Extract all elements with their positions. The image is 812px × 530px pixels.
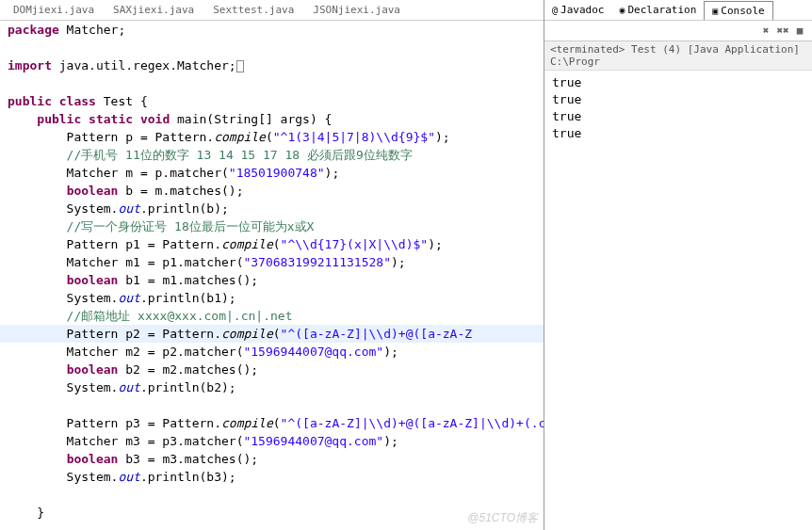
string: "18501900748" — [229, 166, 325, 180]
string: "1596944007@qq.com" — [243, 345, 383, 359]
editor-tab[interactable]: Sexttest.java — [207, 4, 300, 20]
output-line: true — [552, 108, 804, 125]
output-line: true — [552, 125, 804, 142]
code-text: Matcher m3 = p3.matcher( — [8, 434, 243, 448]
console-output[interactable]: true true true true — [544, 71, 812, 146]
keyword: boolean — [67, 452, 119, 466]
cursor — [236, 60, 244, 72]
string: "1596944007@qq.com" — [243, 434, 383, 448]
code-area[interactable]: package Matcher; import java.util.regex.… — [0, 21, 544, 522]
static-field: out — [118, 201, 139, 216]
tab-label: Console — [721, 5, 764, 17]
remove-all-icon[interactable]: ✖✖ — [776, 24, 789, 38]
string: "^([a-zA-Z]|\\d)+@([a-zA-Z]|\\d)+(.com|.… — [281, 416, 544, 430]
console-toolbar: ✖ ✖✖ ■ — [544, 21, 812, 41]
string: "^([a-zA-Z]|\\d)+@([a-zA-Z — [281, 327, 473, 341]
code-text: ); — [391, 255, 406, 269]
console-icon: ▣ — [712, 6, 718, 16]
output-line: true — [552, 91, 804, 108]
editor-tab[interactable]: DOMjiexi.java — [8, 4, 100, 20]
tab-label: Declaration — [627, 4, 696, 16]
right-tabs-bar: @Javadoc ◉Declaration ▣Console — [544, 0, 812, 21]
code-text: Pattern p = Pattern. — [8, 130, 214, 144]
keyword: package — [8, 23, 59, 37]
editor-tab[interactable]: SAXjiexi.java — [107, 4, 200, 20]
code-text: b2 = m2.matches(); — [118, 362, 258, 377]
code-text: System. — [8, 380, 118, 394]
editor-pane: DOMjiexi.java SAXjiexi.java Sexttest.jav… — [0, 0, 544, 530]
javadoc-icon: @ — [552, 5, 558, 15]
code-text: } — [0, 504, 544, 522]
code-text: b = m.matches(); — [118, 184, 243, 198]
javadoc-tab[interactable]: @Javadoc — [544, 1, 611, 19]
static-field: out — [118, 291, 139, 305]
keyword: static — [89, 112, 133, 126]
terminate-icon[interactable]: ■ — [793, 24, 806, 38]
editor-tabs-bar: DOMjiexi.java SAXjiexi.java Sexttest.jav… — [0, 4, 544, 21]
code-text: System. — [8, 470, 118, 484]
string: "370683199211131528" — [243, 255, 391, 269]
code-text: .println(b3); — [140, 470, 236, 484]
string: "^\\d{17}(x|X|\\d)$" — [281, 237, 429, 251]
method: compile — [221, 416, 273, 430]
declaration-icon: ◉ — [619, 5, 625, 15]
code-text: main(String[] args) { — [170, 112, 332, 126]
keyword: boolean — [67, 362, 119, 377]
code-text: b1 = m1.matches(); — [118, 273, 258, 287]
code-text: System. — [8, 291, 118, 305]
code-text: Matcher m1 = p1.matcher( — [8, 255, 243, 269]
declaration-tab[interactable]: ◉Declaration — [611, 1, 704, 19]
static-field: out — [118, 380, 139, 394]
keyword: public — [37, 112, 81, 126]
code-text: System. — [8, 201, 118, 216]
code-text: ); — [325, 166, 340, 180]
code-text: b3 = m3.matches(); — [118, 452, 258, 466]
code-text: ); — [383, 434, 398, 448]
comment: //写一个身份证号 18位最后一位可能为x或X — [0, 217, 544, 235]
code-text: Matcher; — [59, 23, 125, 37]
keyword: public — [8, 94, 52, 108]
console-pane: @Javadoc ◉Declaration ▣Console ✖ ✖✖ ■ <t… — [544, 0, 812, 530]
static-field: out — [118, 470, 139, 484]
console-tab[interactable]: ▣Console — [704, 1, 772, 20]
code-text: Pattern p1 = Pattern. — [8, 237, 221, 251]
code-text: Matcher m = p.matcher( — [8, 166, 229, 180]
code-text: ); — [383, 345, 398, 359]
code-text: Pattern p2 = Pattern. — [8, 327, 221, 341]
code-text: Test { — [96, 94, 148, 108]
code-text: .println(b1); — [140, 291, 236, 305]
editor-tab[interactable]: JSONjiexi.java — [307, 4, 406, 20]
keyword: boolean — [67, 273, 119, 287]
keyword: import — [8, 58, 52, 72]
tab-label: Javadoc — [560, 4, 604, 16]
string: "^1(3|4|5|7|8)\\d{9}$" — [273, 130, 435, 144]
comment: //邮箱地址 xxxx@xxx.com|.cn|.net — [0, 307, 544, 325]
console-status: <terminated> Test (4) [Java Application]… — [544, 41, 812, 71]
code-text: .println(b2); — [140, 380, 236, 394]
code-text: .println(b); — [140, 201, 229, 216]
code-text: ); — [435, 130, 450, 144]
keyword: class — [59, 94, 96, 108]
keyword: void — [140, 112, 170, 126]
code-text: java.util.regex.Matcher; — [52, 58, 236, 72]
code-text: ( — [266, 130, 273, 144]
method: compile — [221, 237, 273, 251]
code-text: Matcher m2 = p2.matcher( — [8, 345, 243, 359]
method: compile — [221, 327, 273, 341]
code-text: ); — [428, 237, 443, 251]
watermark: @51CTO博客 — [467, 510, 538, 526]
keyword: boolean — [67, 184, 119, 198]
output-line: true — [552, 74, 804, 91]
comment: //手机号 11位的数字 13 14 15 17 18 必须后跟9位纯数字 — [0, 146, 544, 164]
method: compile — [214, 130, 266, 144]
code-text: Pattern p3 = Pattern. — [8, 416, 221, 430]
remove-launch-icon[interactable]: ✖ — [759, 24, 772, 38]
